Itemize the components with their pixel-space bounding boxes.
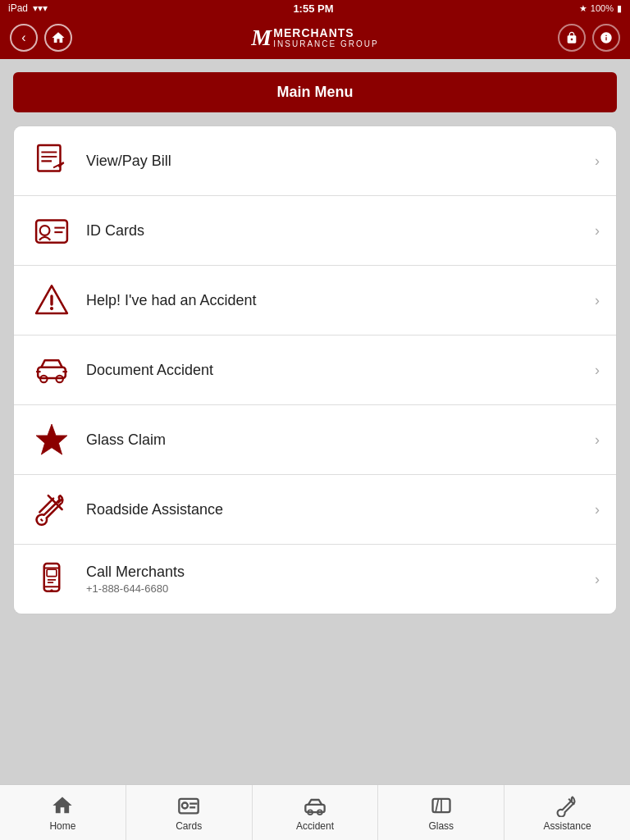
home-button[interactable] [44,24,72,52]
accident-help-label: Help! I've had an Accident [86,292,595,309]
car-icon [30,349,73,391]
svg-rect-25 [47,569,57,576]
tab-cards[interactable]: Cards [126,785,253,840]
bill-icon [30,139,73,182]
tab-bar: Home Cards Accident Glass [0,784,630,840]
info-button[interactable] [592,24,620,52]
tab-glass-label: Glass [428,820,454,832]
document-accident-text: Document Accident [86,362,595,379]
nav-right [558,24,620,52]
assistance-tab-icon [556,794,579,817]
cards-tab-icon [177,794,200,817]
menu-item-view-pay-bill[interactable]: View/Pay Bill › [14,126,616,196]
menu-item-roadside-assistance[interactable]: Roadside Assistance › [14,475,616,545]
idcard-icon [30,209,73,252]
call-merchants-chevron: › [595,571,600,588]
home-tab-icon [51,794,74,817]
glass-claim-chevron: › [595,431,600,449]
view-pay-bill-label: View/Pay Bill [86,153,595,170]
battery-icon: ▮ [617,3,622,14]
main-menu-title: Main Menu [30,84,600,101]
roadside-assistance-text: Roadside Assistance [86,501,595,518]
status-bar: iPad ▾▾▾ 1:55 PM ★ 100% ▮ [0,0,630,16]
bluetooth-icon: ★ [579,3,587,14]
logo-bottom: INSURANCE GROUP [273,39,378,48]
menu-item-id-cards[interactable]: ID Cards › [14,196,616,266]
lock-button[interactable] [558,24,586,52]
logo-m: M [251,25,272,51]
nav-logo: M MERCHANTS INSURANCE GROUP [251,25,378,51]
roadside-assistance-label: Roadside Assistance [86,501,595,518]
phone-icon [30,558,73,600]
back-button[interactable]: ‹ [10,24,38,52]
document-accident-chevron: › [595,362,600,379]
menu-item-call-merchants[interactable]: Call Merchants +1-888-644-6680 › [14,545,616,614]
tab-home[interactable]: Home [0,785,126,840]
glass-claim-label: Glass Claim [86,431,595,449]
status-time: 1:55 PM [293,2,333,15]
id-cards-chevron: › [595,222,600,240]
menu-item-glass-claim[interactable]: Glass Claim › [14,405,616,475]
roadside-assistance-chevron: › [595,501,600,518]
svg-line-19 [39,499,53,513]
glass-claim-text: Glass Claim [86,431,595,449]
tab-home-label: Home [49,820,75,832]
call-merchants-text: Call Merchants +1-888-644-6680 [86,564,595,595]
svg-point-29 [182,802,188,808]
status-left: iPad ▾▾▾ [8,2,48,14]
accident-help-chevron: › [595,292,600,309]
call-merchants-phone: +1-888-644-6680 [86,582,595,595]
main-content: Main Menu View/Pay Bill › [0,59,630,628]
device-label: iPad [8,2,28,14]
wrench-icon [30,488,73,531]
menu-title-bar: Main Menu [13,72,617,112]
tab-cards-label: Cards [176,820,202,832]
spark-icon [30,418,73,461]
tab-assistance-label: Assistance [544,820,591,832]
warning-icon [30,279,73,322]
id-cards-text: ID Cards [86,222,595,240]
svg-rect-0 [38,145,60,171]
status-right: ★ 100% ▮ [579,3,622,14]
svg-point-12 [50,307,53,310]
wifi-icon: ▾▾▾ [33,2,48,14]
glass-tab-icon [430,794,453,817]
tab-assistance[interactable]: Assistance [504,785,630,840]
tab-glass[interactable]: Glass [378,785,504,840]
document-accident-label: Document Accident [86,362,595,379]
accident-tab-icon [304,794,326,817]
accident-help-text: Help! I've had an Accident [86,292,595,309]
logo-top: MERCHANTS [273,27,378,39]
tab-accident[interactable]: Accident [253,785,379,840]
menu-item-document-accident[interactable]: Document Accident › [14,336,616,405]
nav-bar: ‹ M MERCHANTS INSURANCE GROUP [0,16,630,59]
view-pay-bill-chevron: › [595,153,600,170]
battery-label: 100% [591,3,614,13]
menu-item-accident-help[interactable]: Help! I've had an Accident › [14,266,616,336]
logo-text: MERCHANTS INSURANCE GROUP [273,27,378,48]
svg-point-24 [50,589,52,591]
nav-btn-group: ‹ [10,24,72,52]
tab-accident-label: Accident [296,820,334,832]
id-cards-label: ID Cards [86,222,595,240]
view-pay-bill-text: View/Pay Bill [86,153,595,170]
call-merchants-label: Call Merchants [86,564,595,581]
svg-line-36 [436,798,439,811]
svg-line-18 [41,519,43,522]
svg-point-7 [40,226,50,235]
menu-card: View/Pay Bill › ID Cards › [13,126,617,614]
